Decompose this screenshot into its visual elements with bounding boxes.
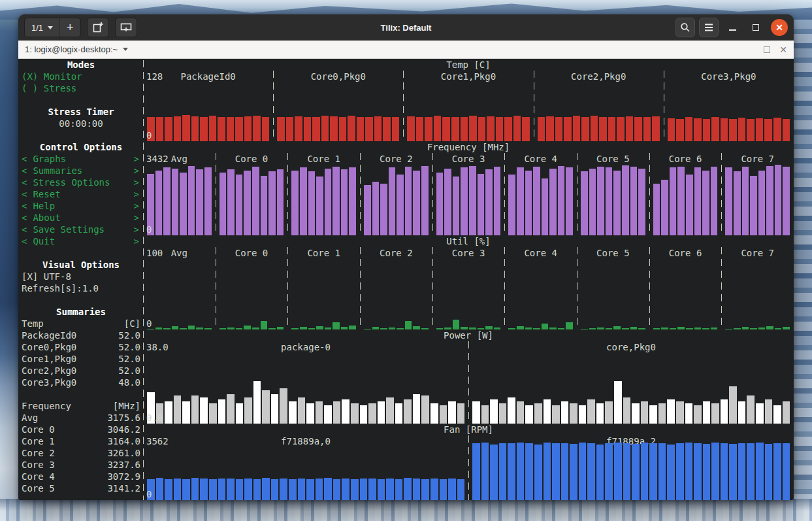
chevron-left: < [22,165,27,176]
graph-util-title: Util [%] [143,235,794,247]
split-down-button[interactable] [115,18,137,37]
bar-group [143,115,273,141]
bar [517,401,525,424]
bar [244,116,252,141]
bar [453,320,460,329]
bar [783,167,790,235]
split-right-button[interactable] [87,18,109,37]
spacer [22,388,140,400]
bar [661,180,668,235]
bar [200,397,208,424]
menu-item-about[interactable]: < About > [22,212,140,224]
bar [421,479,429,500]
bar [738,443,746,500]
summary-name: Core 5 [22,482,55,494]
bar-group [143,478,468,500]
bar [694,405,702,424]
chevron-right: > [134,224,139,235]
chevron-left: < [22,235,27,247]
summary-group-label: Frequency [22,400,71,412]
menu-item-stress-options[interactable]: < Stress Options > [22,176,140,188]
menu-item-graphs[interactable]: < Graphs > [22,153,140,165]
bar [165,479,172,500]
graph-frequency: Frequency [MHz] 3432 0 AvgCore 0Core 1Co… [143,141,794,235]
search-icon [680,22,690,33]
graph-column-label: Core0,Pkg0 [273,71,403,82]
bar [638,169,645,235]
mode-stress-radio[interactable]: ( ) Stress [22,82,140,94]
bar [694,328,702,329]
menu-item-save-settings[interactable]: < Save Settings > [22,224,140,235]
bar [262,390,270,424]
menu-button[interactable] [699,18,719,37]
bar-group [432,320,505,329]
bar [316,176,323,235]
bar [542,324,549,329]
tab-maximize-icon[interactable] [764,46,770,53]
bar [555,117,563,141]
mode-monitor-radio[interactable]: (X) Monitor [22,71,140,82]
stress-timer-header: Stress Timer [22,106,140,118]
bar [587,443,595,500]
tab-close-icon[interactable]: ✕ [779,45,787,54]
bar [538,117,545,141]
maximize-icon [753,24,759,31]
refresh-field[interactable]: Refresh[s]:1.0 [22,282,140,294]
tab-chevron-down-icon[interactable] [123,48,128,51]
bar [533,328,540,329]
bar [182,479,190,500]
bar [469,166,476,235]
bar [252,167,259,235]
bar [227,394,235,424]
bar [364,329,371,329]
menu-item-reset[interactable]: < Reset > [22,188,140,200]
new-session-button[interactable]: + [59,18,80,37]
bar [508,397,515,424]
graph-column-label: Core 2 [360,247,432,259]
bar [397,328,404,329]
bar [641,401,649,424]
bar [614,443,622,500]
bar [499,443,507,500]
close-button[interactable]: ✕ [771,19,788,36]
bar [165,117,172,141]
bar [268,328,276,329]
menu-item-summaries[interactable]: < Summaries > [22,165,140,176]
bar [570,403,577,424]
bar-group [534,116,664,141]
menu-item-label: Graphs [33,153,66,165]
bar [218,479,226,500]
bar [253,479,261,500]
bar [775,328,782,329]
bar [581,117,589,141]
bar [764,119,772,141]
graph-column: Core1,Pkg0 [403,71,533,141]
bar [271,394,279,424]
bar [686,328,693,329]
tab-terminal-title[interactable]: 1: logix@logix-desktop:~ [25,44,118,54]
bar [204,167,212,235]
maximize-button[interactable] [746,18,766,37]
bar-group [577,326,649,329]
menu-item-quit[interactable]: < Quit > [22,235,140,247]
chevron-right: > [134,188,139,200]
session-counter-dropdown[interactable]: 1/1 [25,18,59,37]
bar [436,328,444,329]
search-button[interactable] [675,18,695,37]
summary-value: 52.0 [118,329,140,341]
bar [533,167,540,235]
bar [758,171,766,235]
bar [421,328,429,329]
bar [485,326,493,329]
menu-item-help[interactable]: < Help > [22,200,140,212]
bar [324,405,332,424]
bar [685,403,693,424]
utf8-checkbox[interactable]: [X] UTF-8 [22,271,140,282]
graph-column: Core 3 [432,153,505,235]
bar [277,327,284,329]
bar [436,173,444,235]
minimize-button[interactable] [723,18,742,37]
close-icon: ✕ [775,23,783,32]
bar [581,171,588,235]
bar [564,117,572,141]
